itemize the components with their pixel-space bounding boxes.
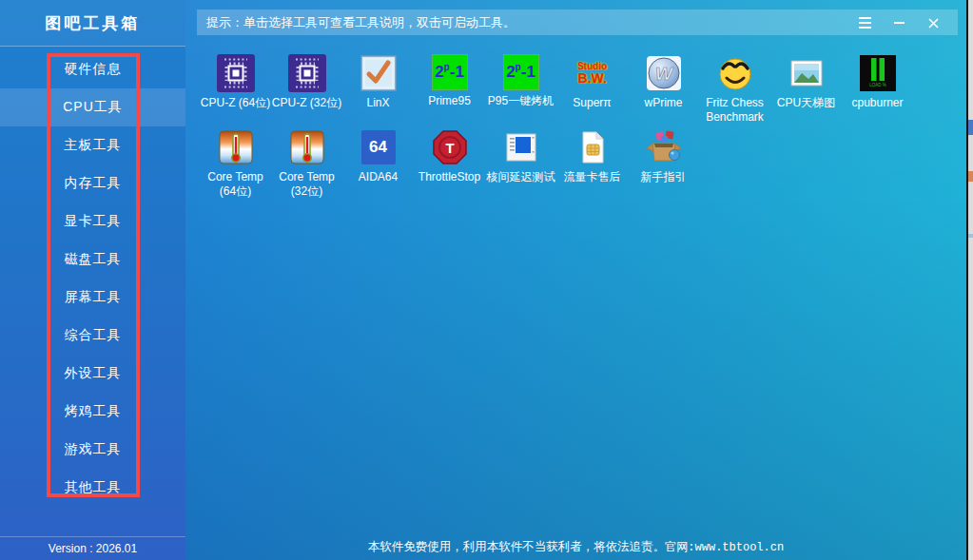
wprime-globe-icon: W	[645, 54, 683, 92]
sidebar-item-hardware-info[interactable]: 硬件信息	[0, 50, 185, 88]
tool-newbie-guide[interactable]: 新手指引	[628, 128, 699, 184]
tool-superpi[interactable]: Studio B.W. Superπ	[556, 54, 628, 110]
hamburger-menu-icon[interactable]	[853, 11, 876, 34]
footer-notice: 本软件免费使用，利用本软件不当获利者，将依法追责。官网:www.tbtool.c…	[185, 539, 966, 555]
cpu-chip-icon	[217, 54, 255, 92]
checkmark-icon	[360, 54, 398, 92]
sidebar-item-peripheral-tools[interactable]: 外设工具	[0, 355, 185, 393]
tool-label: AIDA64	[359, 170, 398, 184]
tool-label: P95一键烤机	[488, 94, 554, 108]
tool-prime95[interactable]: 2p-1 Prime95	[414, 54, 485, 108]
tool-label: 新手指引	[641, 170, 687, 184]
superpi-icon: Studio B.W.	[574, 54, 612, 92]
tool-cpuburner[interactable]: LOAD % cpuburner	[842, 54, 913, 110]
sidebar-nav: 硬件信息 CPU工具 主板工具 内存工具 显卡工具 磁盘工具 屏幕工具 综合工具…	[0, 47, 185, 507]
open-box-icon	[645, 128, 683, 166]
cpu-chip-icon	[288, 54, 326, 92]
version-label: Version : 2026.01	[0, 536, 185, 560]
tool-coretemp-64[interactable]: Core Temp (64位)	[200, 128, 271, 199]
tool-label: CPU-Z (64位)	[201, 96, 270, 110]
window-app-icon	[502, 128, 540, 166]
tool-p95-bake[interactable]: 2p-1 P95一键烤机	[485, 54, 556, 108]
window-controls	[853, 11, 944, 34]
tool-aida64[interactable]: 64 AIDA64	[342, 128, 414, 184]
prime95-icon: 2p-1	[432, 54, 468, 90]
prime95-icon: 2p-1	[503, 54, 539, 90]
screen: 图吧工具箱 硬件信息 CPU工具 主板工具 内存工具 显卡工具 磁盘工具 屏幕工…	[0, 0, 973, 560]
tool-core-latency[interactable]: 核间延迟测试	[485, 128, 556, 184]
tool-label: CPU-Z (32位)	[272, 96, 341, 110]
background-window-fragment	[968, 234, 973, 238]
tool-fritz-chess[interactable]: Fritz Chess Benchmark	[699, 54, 770, 125]
sidebar-item-motherboard-tools[interactable]: 主板工具	[0, 126, 185, 164]
tip-text: 提示：单击选择工具可查看工具说明，双击可启动工具。	[206, 14, 516, 31]
tool-row-2: Core Temp (64位) Core Temp (32位) 64 AIDA6…	[200, 128, 956, 203]
smiley-icon	[716, 54, 754, 92]
photo-icon	[788, 54, 826, 92]
tool-label: ThrottleStop	[418, 170, 480, 184]
cpuburner-bars-icon: LOAD %	[859, 54, 897, 92]
sidebar: 图吧工具箱 硬件信息 CPU工具 主板工具 内存工具 显卡工具 磁盘工具 屏幕工…	[0, 0, 185, 560]
tool-label: Prime95	[428, 94, 471, 108]
minimize-icon[interactable]	[887, 11, 910, 34]
background-window-fragment	[968, 171, 973, 182]
svg-text:W: W	[655, 64, 674, 84]
footer-notice-text: 本软件免费使用，利用本软件不当获利者，将依法追责。	[368, 540, 666, 553]
tool-label: LinX	[366, 96, 389, 110]
tool-label: Core Temp (64位)	[200, 170, 271, 199]
thermometer-icon	[217, 128, 255, 166]
sidebar-item-screen-tools[interactable]: 屏幕工具	[0, 279, 185, 317]
sidebar-item-burnin-tools[interactable]: 烤鸡工具	[0, 393, 185, 431]
sidebar-item-gpu-tools[interactable]: 显卡工具	[0, 203, 185, 241]
aida64-icon: 64	[360, 128, 398, 166]
tool-label: CPU天梯图	[777, 96, 835, 110]
tool-row-1: CPU-Z (64位) CPU-Z (32位) LinX	[200, 54, 956, 128]
background-window-edge	[966, 0, 973, 560]
tool-label: Fritz Chess Benchmark	[699, 96, 770, 125]
tool-linx[interactable]: LinX	[342, 54, 414, 110]
sidebar-item-other-tools[interactable]: 其他工具	[0, 469, 185, 507]
svg-text:T: T	[445, 140, 454, 156]
tool-label: 流量卡售后	[564, 170, 621, 184]
tool-cpu-ladder[interactable]: CPU天梯图	[770, 54, 842, 110]
tip-bar: 提示：单击选择工具可查看工具说明，双击可启动工具。	[197, 10, 958, 35]
main-panel: 提示：单击选择工具可查看工具说明，双击可启动工具。 CPU-Z (64位)	[185, 0, 966, 560]
sim-card-icon	[574, 128, 612, 166]
sidebar-item-memory-tools[interactable]: 内存工具	[0, 164, 185, 203]
sidebar-item-disk-tools[interactable]: 磁盘工具	[0, 241, 185, 279]
tool-coretemp-32[interactable]: Core Temp (32位)	[271, 128, 342, 199]
svg-text:LOAD %: LOAD %	[869, 83, 886, 87]
tool-throttlestop[interactable]: T ThrottleStop	[414, 128, 485, 184]
tool-label: cpuburner	[851, 96, 903, 110]
sidebar-item-comprehensive-tools[interactable]: 综合工具	[0, 317, 185, 355]
thermometer-icon	[288, 128, 326, 166]
tool-cpuz-64[interactable]: CPU-Z (64位)	[200, 54, 271, 110]
footer-site-url: 官网:www.tbtool.cn	[665, 541, 784, 554]
stop-sign-icon: T	[431, 128, 469, 166]
tool-label: 核间延迟测试	[487, 170, 555, 184]
sidebar-item-cpu-tools[interactable]: CPU工具	[0, 88, 185, 126]
sidebar-item-game-tools[interactable]: 游戏工具	[0, 431, 185, 469]
tool-cpuz-32[interactable]: CPU-Z (32位)	[271, 54, 342, 110]
app-title: 图吧工具箱	[0, 0, 185, 47]
tool-label: wPrime	[644, 96, 682, 110]
close-icon[interactable]	[922, 11, 944, 34]
tool-grid: CPU-Z (64位) CPU-Z (32位) LinX	[200, 54, 956, 203]
tool-label: Superπ	[573, 96, 611, 110]
toolbox-window: 图吧工具箱 硬件信息 CPU工具 主板工具 内存工具 显卡工具 磁盘工具 屏幕工…	[0, 0, 966, 560]
background-window-fragment	[968, 120, 973, 135]
tool-label: Core Temp (32位)	[271, 170, 342, 199]
tool-wprime[interactable]: W wPrime	[628, 54, 699, 110]
tool-sim-aftersales[interactable]: 流量卡售后	[556, 128, 628, 184]
